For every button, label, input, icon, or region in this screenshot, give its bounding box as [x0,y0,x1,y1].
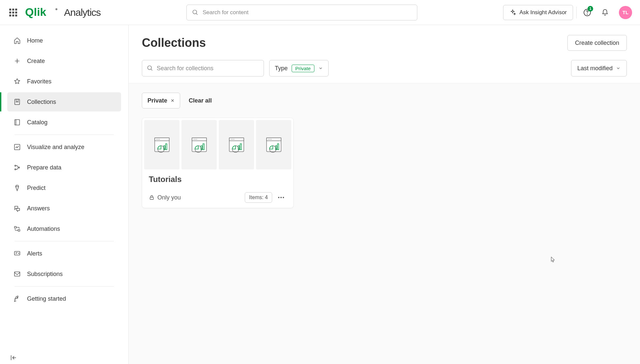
svg-point-51 [283,197,284,198]
svg-rect-12 [15,227,16,228]
svg-point-9 [15,165,16,167]
svg-line-19 [151,69,152,71]
sidebar-item-subscriptions[interactable]: Subscriptions [7,264,121,284]
collection-thumbnail [256,120,291,169]
filter-chip-private[interactable]: Private [142,93,180,108]
clear-all-filters[interactable]: Clear all [189,97,212,104]
sidebar-item-label: Answers [27,205,50,212]
app-thumbnail-icon [190,136,208,154]
app-launcher-button[interactable] [8,7,18,18]
svg-text:Qlik: Qlik [25,7,46,18]
main-content: Collections Create collection Type Priva… [129,25,640,364]
svg-point-36 [231,139,232,140]
visualize-icon [13,143,21,151]
help-button[interactable]: 1 [580,5,594,20]
collection-thumbnail [181,120,217,169]
app-thumbnail-icon [153,136,171,154]
sidebar-item-automations[interactable]: Automations [7,219,121,238]
sidebar-item-label: Subscriptions [27,271,63,278]
svg-point-15 [18,253,19,254]
svg-point-30 [195,139,196,140]
sidebar-divider [15,241,114,241]
star-icon [13,77,21,85]
sidebar-item-label: Home [27,37,43,44]
sidebar-item-collections[interactable]: Collections [7,92,121,111]
sidebar-item-label: Catalog [27,119,48,126]
svg-rect-7 [15,120,20,125]
sidebar-item-predict[interactable]: Predict [7,178,121,197]
create-collection-button[interactable]: Create collection [567,35,627,51]
collection-title: Tutorials [149,175,287,184]
sidebar-item-visualize-and-analyze[interactable]: Visualize and analyze [7,137,121,157]
collection-search[interactable] [142,60,264,76]
automations-icon [13,225,21,233]
search-icon [192,9,199,16]
sidebar-item-label: Predict [27,185,46,192]
collection-card[interactable]: TutorialsOnly youItems: 4 [142,118,294,208]
visibility-label: Only you [157,194,181,201]
sidebar-item-favorites[interactable]: Favorites [7,72,121,91]
apps-grid-icon [9,9,17,16]
sort-label: Last modified [577,65,613,72]
type-filter-dropdown[interactable]: Type Private [269,60,329,76]
user-avatar[interactable]: TL [619,6,632,19]
top-bar: Qlik Analytics Ask Insight Advisor [0,0,640,25]
sidebar-item-label: Collections [27,99,56,106]
sidebar-item-label: Prepare data [27,164,61,171]
svg-point-49 [278,197,279,198]
page-title: Collections [142,36,206,50]
sidebar-item-catalog[interactable]: Catalog [7,113,121,132]
sidebar-item-create[interactable]: Create [7,51,121,71]
svg-point-50 [280,197,282,198]
home-icon [13,37,21,45]
sidebar-item-label: Favorites [27,78,51,85]
lock-icon [149,195,155,200]
sort-dropdown[interactable]: Last modified [571,60,627,76]
svg-rect-16 [15,272,20,276]
svg-rect-13 [18,229,20,231]
sidebar: HomeCreateFavoritesCollectionsCatalogVis… [0,25,129,364]
ask-insight-advisor-label: Ask Insight Advisor [519,9,567,16]
global-search[interactable] [186,5,417,20]
collection-more-button[interactable] [275,192,287,203]
remove-chip-icon[interactable] [171,99,175,103]
sidebar-item-answers[interactable]: Answers [7,199,121,218]
product-logo[interactable]: Qlik Analytics [25,7,101,18]
sidebar-divider [15,135,114,135]
notification-badge: 1 [588,6,593,12]
sidebar-item-label: Create [27,58,45,65]
sidebar-item-label: Automations [27,226,60,232]
notifications-button[interactable] [598,5,612,20]
collections-icon [13,98,21,106]
collapse-sidebar-button[interactable] [10,354,17,361]
catalog-icon [13,118,21,126]
collection-thumbnail [144,120,179,169]
svg-point-43 [268,139,269,140]
svg-point-18 [148,66,152,70]
type-filter-label: Type [275,65,288,72]
sidebar-item-getting-started[interactable]: Getting started [7,289,121,308]
app-thumbnail-icon [265,136,283,154]
svg-point-24 [159,139,160,140]
svg-point-2 [193,10,197,14]
svg-point-1 [55,8,57,10]
more-horizontal-icon [278,197,284,198]
svg-point-10 [15,169,16,170]
answers-icon [13,204,21,212]
global-search-input[interactable] [203,9,412,16]
sidebar-item-home[interactable]: Home [7,31,121,50]
svg-point-22 [156,139,157,140]
sidebar-item-alerts[interactable]: Alerts [7,244,121,263]
collection-search-input[interactable] [157,65,259,72]
sidebar-item-prepare-data[interactable]: Prepare data [7,158,121,177]
qlik-logo-icon: Qlik [25,7,58,18]
subscriptions-icon [13,270,21,278]
alerts-icon [13,250,21,258]
search-icon [147,65,153,72]
divider [576,7,577,18]
app-name: Analytics [64,7,101,18]
app-thumbnail-icon [228,136,245,154]
ask-insight-advisor-button[interactable]: Ask Insight Advisor [503,5,573,20]
sidebar-item-label: Visualize and analyze [27,144,84,151]
predict-icon [13,184,21,192]
